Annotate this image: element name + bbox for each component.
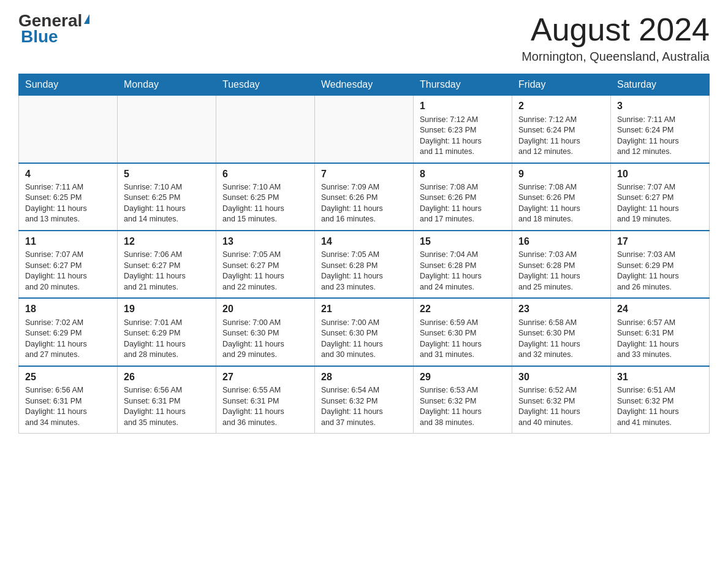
day-info: Sunrise: 6:51 AM Sunset: 6:32 PM Dayligh… — [617, 385, 703, 428]
header-thursday: Thursday — [414, 74, 512, 96]
location-title: Mornington, Queensland, Australia — [521, 50, 710, 64]
header-friday: Friday — [512, 74, 611, 96]
day-info: Sunrise: 6:55 AM Sunset: 6:31 PM Dayligh… — [222, 385, 308, 428]
day-number: 5 — [124, 167, 210, 181]
day-number: 11 — [25, 235, 111, 248]
day-number: 8 — [420, 167, 506, 181]
day-info: Sunrise: 6:59 AM Sunset: 6:30 PM Dayligh… — [420, 318, 506, 361]
day-number: 27 — [222, 370, 308, 384]
day-info: Sunrise: 7:12 AM Sunset: 6:23 PM Dayligh… — [420, 115, 506, 158]
calendar-cell: 25Sunrise: 6:56 AM Sunset: 6:31 PM Dayli… — [19, 366, 118, 434]
logo: General Blue — [18, 12, 89, 45]
calendar-cell — [315, 96, 414, 163]
day-number: 1 — [420, 99, 506, 113]
calendar-cell: 27Sunrise: 6:55 AM Sunset: 6:31 PM Dayli… — [216, 366, 315, 434]
calendar-cell: 11Sunrise: 7:07 AM Sunset: 6:27 PM Dayli… — [19, 231, 118, 298]
day-number: 14 — [321, 235, 407, 248]
calendar-cell: 7Sunrise: 7:09 AM Sunset: 6:26 PM Daylig… — [315, 163, 414, 231]
day-number: 22 — [420, 302, 506, 316]
calendar-cell: 1Sunrise: 7:12 AM Sunset: 6:23 PM Daylig… — [414, 96, 512, 163]
day-info: Sunrise: 7:04 AM Sunset: 6:28 PM Dayligh… — [420, 250, 506, 293]
day-info: Sunrise: 6:57 AM Sunset: 6:31 PM Dayligh… — [617, 318, 703, 361]
title-area: August 2024 Mornington, Queensland, Aust… — [521, 12, 710, 64]
calendar-table: SundayMondayTuesdayWednesdayThursdayFrid… — [18, 74, 710, 434]
logo-triangle-icon — [84, 14, 89, 24]
day-number: 18 — [25, 302, 111, 316]
day-number: 21 — [321, 302, 407, 316]
day-number: 9 — [518, 167, 604, 181]
header-saturday: Saturday — [611, 74, 710, 96]
day-info: Sunrise: 7:11 AM Sunset: 6:24 PM Dayligh… — [617, 115, 703, 158]
day-info: Sunrise: 6:56 AM Sunset: 6:31 PM Dayligh… — [124, 385, 210, 428]
day-number: 2 — [518, 99, 604, 113]
calendar-cell: 19Sunrise: 7:01 AM Sunset: 6:29 PM Dayli… — [118, 298, 216, 366]
calendar-cell: 16Sunrise: 7:03 AM Sunset: 6:28 PM Dayli… — [512, 231, 611, 298]
calendar-cell: 20Sunrise: 7:00 AM Sunset: 6:30 PM Dayli… — [216, 298, 315, 366]
calendar-cell — [216, 96, 315, 163]
month-title: August 2024 — [521, 12, 710, 47]
day-info: Sunrise: 7:09 AM Sunset: 6:26 PM Dayligh… — [321, 182, 407, 225]
day-info: Sunrise: 6:52 AM Sunset: 6:32 PM Dayligh… — [518, 385, 604, 428]
day-info: Sunrise: 7:08 AM Sunset: 6:26 PM Dayligh… — [420, 182, 506, 225]
day-info: Sunrise: 7:10 AM Sunset: 6:25 PM Dayligh… — [124, 182, 210, 225]
day-info: Sunrise: 7:05 AM Sunset: 6:28 PM Dayligh… — [321, 250, 407, 293]
day-number: 15 — [420, 235, 506, 248]
header-wednesday: Wednesday — [315, 74, 414, 96]
calendar-cell: 9Sunrise: 7:08 AM Sunset: 6:26 PM Daylig… — [512, 163, 611, 231]
day-info: Sunrise: 7:08 AM Sunset: 6:26 PM Dayligh… — [518, 182, 604, 225]
day-info: Sunrise: 7:03 AM Sunset: 6:29 PM Dayligh… — [617, 250, 703, 293]
calendar-cell: 17Sunrise: 7:03 AM Sunset: 6:29 PM Dayli… — [611, 231, 710, 298]
day-info: Sunrise: 6:54 AM Sunset: 6:32 PM Dayligh… — [321, 385, 407, 428]
logo-row2: Blue — [18, 28, 89, 45]
calendar-cell: 24Sunrise: 6:57 AM Sunset: 6:31 PM Dayli… — [611, 298, 710, 366]
day-number: 29 — [420, 370, 506, 384]
day-info: Sunrise: 7:01 AM Sunset: 6:29 PM Dayligh… — [124, 318, 210, 361]
day-number: 24 — [617, 302, 703, 316]
day-number: 20 — [222, 302, 308, 316]
day-number: 17 — [617, 235, 703, 248]
day-info: Sunrise: 7:11 AM Sunset: 6:25 PM Dayligh… — [25, 182, 111, 225]
calendar-cell: 2Sunrise: 7:12 AM Sunset: 6:24 PM Daylig… — [512, 96, 611, 163]
week-row-3: 18Sunrise: 7:02 AM Sunset: 6:29 PM Dayli… — [19, 298, 710, 366]
week-row-0: 1Sunrise: 7:12 AM Sunset: 6:23 PM Daylig… — [19, 96, 710, 163]
day-number: 16 — [518, 235, 604, 248]
header-tuesday: Tuesday — [216, 74, 315, 96]
header-sunday: Sunday — [19, 74, 118, 96]
week-row-4: 25Sunrise: 6:56 AM Sunset: 6:31 PM Dayli… — [19, 366, 710, 434]
logo-blue-text: Blue — [21, 28, 58, 45]
day-number: 10 — [617, 167, 703, 181]
day-number: 28 — [321, 370, 407, 384]
calendar-cell: 3Sunrise: 7:11 AM Sunset: 6:24 PM Daylig… — [611, 96, 710, 163]
calendar-cell: 29Sunrise: 6:53 AM Sunset: 6:32 PM Dayli… — [414, 366, 512, 434]
day-info: Sunrise: 7:05 AM Sunset: 6:27 PM Dayligh… — [222, 250, 308, 293]
day-number: 13 — [222, 235, 308, 248]
day-info: Sunrise: 6:56 AM Sunset: 6:31 PM Dayligh… — [25, 385, 111, 428]
day-info: Sunrise: 7:06 AM Sunset: 6:27 PM Dayligh… — [124, 250, 210, 293]
week-row-2: 11Sunrise: 7:07 AM Sunset: 6:27 PM Dayli… — [19, 231, 710, 298]
day-info: Sunrise: 6:53 AM Sunset: 6:32 PM Dayligh… — [420, 385, 506, 428]
calendar-cell: 5Sunrise: 7:10 AM Sunset: 6:25 PM Daylig… — [118, 163, 216, 231]
calendar-cell: 12Sunrise: 7:06 AM Sunset: 6:27 PM Dayli… — [118, 231, 216, 298]
header-row: SundayMondayTuesdayWednesdayThursdayFrid… — [19, 74, 710, 96]
day-number: 25 — [25, 370, 111, 384]
calendar-cell: 8Sunrise: 7:08 AM Sunset: 6:26 PM Daylig… — [414, 163, 512, 231]
calendar-cell: 28Sunrise: 6:54 AM Sunset: 6:32 PM Dayli… — [315, 366, 414, 434]
day-info: Sunrise: 7:07 AM Sunset: 6:27 PM Dayligh… — [617, 182, 703, 225]
calendar-cell: 31Sunrise: 6:51 AM Sunset: 6:32 PM Dayli… — [611, 366, 710, 434]
calendar-cell: 15Sunrise: 7:04 AM Sunset: 6:28 PM Dayli… — [414, 231, 512, 298]
week-row-1: 4Sunrise: 7:11 AM Sunset: 6:25 PM Daylig… — [19, 163, 710, 231]
calendar-cell: 26Sunrise: 6:56 AM Sunset: 6:31 PM Dayli… — [118, 366, 216, 434]
day-number: 7 — [321, 167, 407, 181]
calendar-cell: 13Sunrise: 7:05 AM Sunset: 6:27 PM Dayli… — [216, 231, 315, 298]
calendar-cell: 22Sunrise: 6:59 AM Sunset: 6:30 PM Dayli… — [414, 298, 512, 366]
calendar-cell: 23Sunrise: 6:58 AM Sunset: 6:30 PM Dayli… — [512, 298, 611, 366]
day-number: 19 — [124, 302, 210, 316]
calendar-cell: 10Sunrise: 7:07 AM Sunset: 6:27 PM Dayli… — [611, 163, 710, 231]
day-number: 23 — [518, 302, 604, 316]
header-monday: Monday — [118, 74, 216, 96]
calendar-cell: 4Sunrise: 7:11 AM Sunset: 6:25 PM Daylig… — [19, 163, 118, 231]
day-number: 31 — [617, 370, 703, 384]
header: General Blue August 2024 Mornington, Que… — [18, 12, 710, 64]
day-info: Sunrise: 7:12 AM Sunset: 6:24 PM Dayligh… — [518, 115, 604, 158]
calendar-cell: 6Sunrise: 7:10 AM Sunset: 6:25 PM Daylig… — [216, 163, 315, 231]
